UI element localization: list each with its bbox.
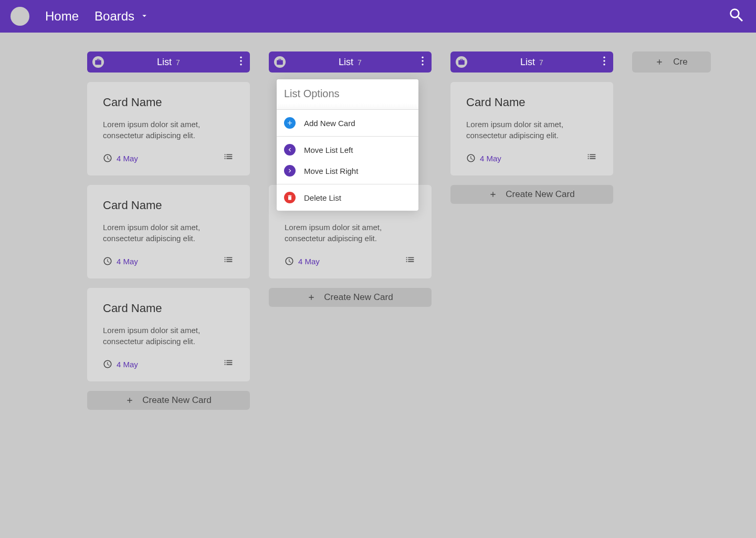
popover-delete-list-label: Delete List bbox=[304, 193, 341, 202]
card-date: 4 May bbox=[298, 257, 320, 266]
card-desc: Lorem ipsum dolor sit amet, consectetur … bbox=[103, 222, 234, 244]
svg-point-3 bbox=[422, 57, 423, 58]
add-icon bbox=[284, 117, 296, 129]
create-list-button[interactable]: Cre bbox=[632, 51, 711, 73]
create-card-button[interactable]: Create New Card bbox=[269, 288, 432, 307]
card-title: Card Name bbox=[466, 96, 597, 109]
popover-section: Delete List bbox=[277, 184, 418, 211]
list-title: List bbox=[157, 57, 172, 68]
svg-point-1 bbox=[240, 60, 242, 61]
list-icon[interactable] bbox=[223, 151, 234, 165]
clock-icon bbox=[103, 153, 112, 163]
card-title: Card Name bbox=[103, 302, 234, 315]
card-footer: 4 May bbox=[103, 151, 234, 165]
card[interactable]: Card Name Lorem ipsum dolor sit amet, co… bbox=[87, 185, 250, 278]
create-card-button[interactable]: Create New Card bbox=[87, 391, 250, 410]
clock-icon bbox=[103, 256, 112, 266]
popover-move-left[interactable]: Move List Left bbox=[277, 137, 418, 163]
card-footer: 4 May bbox=[466, 151, 597, 165]
svg-point-7 bbox=[603, 60, 605, 61]
card[interactable]: Card Name Lorem ipsum dolor sit amet, co… bbox=[450, 82, 613, 175]
popover-section: Add New Card bbox=[277, 110, 418, 137]
topbar: Home Boards bbox=[0, 0, 756, 33]
clock-icon bbox=[466, 153, 476, 163]
more-vertical-icon bbox=[421, 56, 424, 66]
briefcase-icon bbox=[94, 58, 102, 66]
svg-point-4 bbox=[422, 60, 423, 61]
board: List 7 Card Name Lorem ipsum dolor sit a… bbox=[0, 33, 756, 410]
list-title: List bbox=[520, 57, 535, 68]
create-card-label: Create New Card bbox=[142, 395, 211, 406]
plus-icon bbox=[307, 293, 316, 302]
list-avatar[interactable] bbox=[274, 56, 286, 68]
popover-move-right-label: Move List Right bbox=[304, 167, 358, 175]
popover-title: List Options bbox=[277, 79, 418, 110]
card[interactable]: Card Name Lorem ipsum dolor sit amet, co… bbox=[87, 288, 250, 381]
list-title-wrap: List 7 bbox=[157, 57, 180, 68]
create-card-button[interactable]: Create New Card bbox=[450, 185, 613, 204]
list-avatar[interactable] bbox=[92, 56, 104, 68]
create-card-label: Create New Card bbox=[324, 292, 393, 303]
plus-icon bbox=[655, 58, 664, 66]
svg-point-0 bbox=[240, 57, 242, 58]
create-card-label: Create New Card bbox=[506, 189, 574, 200]
list-title-wrap: List 7 bbox=[339, 57, 362, 68]
svg-point-8 bbox=[603, 64, 605, 65]
nav-home[interactable]: Home bbox=[45, 9, 79, 24]
list-avatar[interactable] bbox=[456, 56, 467, 68]
list-title-wrap: List 7 bbox=[520, 57, 543, 68]
clock-icon bbox=[285, 256, 294, 266]
nav-boards-label: Boards bbox=[94, 9, 134, 24]
list-icon[interactable] bbox=[223, 254, 234, 268]
card-footer: 4 May bbox=[103, 254, 234, 268]
card-desc: Lorem ipsum dolor sit amet, consectetur … bbox=[466, 119, 597, 141]
card-desc: Lorem ipsum dolor sit amet, consectetur … bbox=[103, 325, 234, 347]
popover-move-right[interactable]: Move List Right bbox=[277, 163, 418, 184]
list: List 7 Card Name Lorem ipsum dolor sit a… bbox=[87, 51, 250, 410]
list-menu-button[interactable] bbox=[237, 54, 245, 70]
list-header: List 7 bbox=[269, 51, 432, 73]
list-count: 7 bbox=[539, 58, 543, 67]
list-menu-button[interactable] bbox=[419, 54, 426, 70]
popover-add-card[interactable]: Add New Card bbox=[277, 110, 418, 136]
svg-point-5 bbox=[422, 64, 423, 65]
list-count: 7 bbox=[358, 58, 362, 67]
list-title: List bbox=[339, 57, 353, 68]
card-desc: Lorem ipsum dolor sit amet, consectetur … bbox=[285, 222, 416, 244]
card-date: 4 May bbox=[117, 360, 138, 369]
card-date: 4 May bbox=[117, 154, 138, 163]
list-count: 7 bbox=[176, 58, 180, 67]
list-icon[interactable] bbox=[404, 254, 416, 268]
popover-add-card-label: Add New Card bbox=[304, 119, 355, 128]
nav-boards[interactable]: Boards bbox=[94, 9, 149, 24]
card-title: Card Name bbox=[103, 96, 234, 109]
more-vertical-icon bbox=[603, 56, 606, 66]
popover-section: Move List Left Move List Right bbox=[277, 137, 418, 184]
list-icon[interactable] bbox=[223, 357, 234, 371]
list-header: List 7 bbox=[87, 51, 250, 73]
svg-point-6 bbox=[603, 57, 605, 58]
clock-icon bbox=[103, 359, 112, 369]
chevron-left-icon bbox=[284, 144, 296, 156]
list-header: List 7 bbox=[450, 51, 613, 73]
list-icon[interactable] bbox=[586, 151, 597, 165]
plus-icon bbox=[489, 190, 497, 199]
create-list-label: Cre bbox=[673, 57, 687, 67]
search-icon bbox=[728, 6, 746, 24]
card-date: 4 May bbox=[117, 257, 138, 266]
list-menu-button[interactable] bbox=[601, 54, 608, 70]
card-footer: 4 May bbox=[103, 357, 234, 371]
logo-circle[interactable] bbox=[10, 7, 29, 26]
card-date: 4 May bbox=[480, 154, 501, 163]
popover-delete-list[interactable]: Delete List bbox=[277, 184, 418, 211]
briefcase-icon bbox=[458, 58, 465, 66]
card-desc: Lorem ipsum dolor sit amet, consectetur … bbox=[103, 119, 234, 141]
chevron-right-icon bbox=[284, 165, 296, 177]
chevron-down-icon bbox=[140, 9, 149, 24]
card[interactable]: Card Name Lorem ipsum dolor sit amet, co… bbox=[87, 82, 250, 175]
svg-point-2 bbox=[240, 64, 242, 65]
list: List 7 List Options Add New Card bbox=[269, 51, 432, 307]
more-vertical-icon bbox=[239, 56, 243, 66]
search-button[interactable] bbox=[728, 6, 746, 26]
nav-home-label: Home bbox=[45, 9, 79, 24]
